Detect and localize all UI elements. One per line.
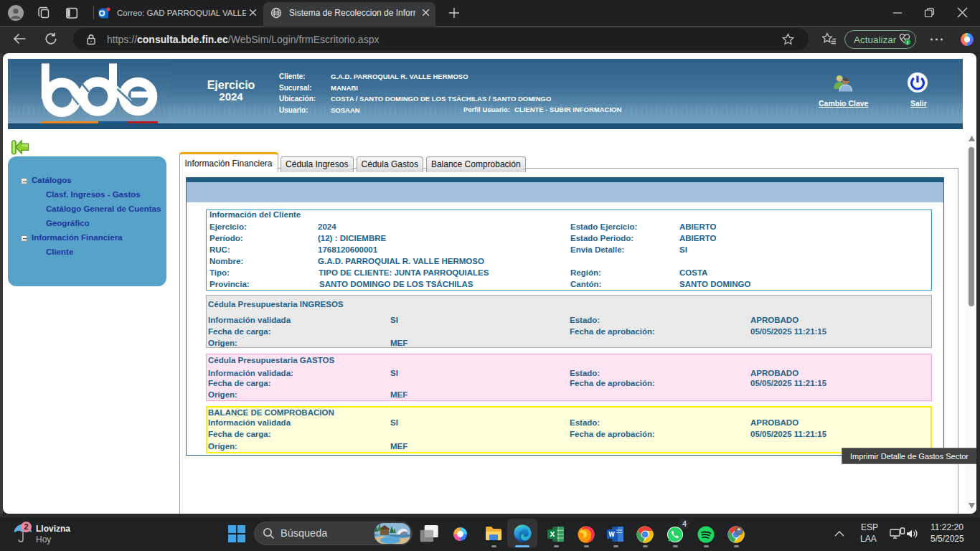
svg-text:!: ! <box>907 39 909 46</box>
